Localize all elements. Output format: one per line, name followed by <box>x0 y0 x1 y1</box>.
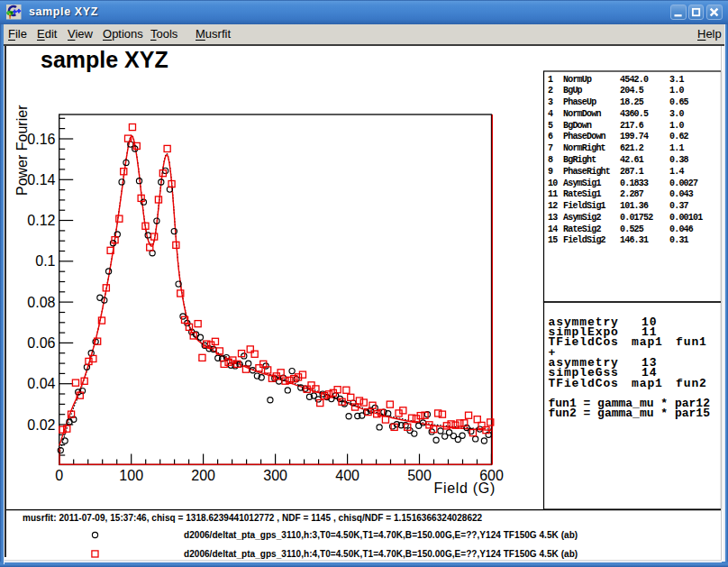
svg-text:PhaseRight: PhaseRight <box>563 167 611 177</box>
svg-text:199.74: 199.74 <box>620 132 649 142</box>
svg-text:1.0: 1.0 <box>669 121 684 131</box>
svg-text:12: 12 <box>548 201 558 211</box>
svg-text:4: 4 <box>548 109 553 119</box>
svg-text:NormUp: NormUp <box>563 75 592 85</box>
svg-text:42.61: 42.61 <box>620 155 644 165</box>
svg-text:0.04: 0.04 <box>27 376 55 391</box>
svg-text:0: 0 <box>55 468 63 483</box>
svg-text:TFieldCos: TFieldCos <box>549 377 619 390</box>
svg-text:2.287: 2.287 <box>620 189 644 199</box>
svg-text:FieldSig2: FieldSig2 <box>563 235 606 245</box>
svg-text:7: 7 <box>548 143 553 153</box>
svg-text:1.1: 1.1 <box>669 143 684 153</box>
svg-text:d2006/deltat_pta_gps_3110,h:4,: d2006/deltat_pta_gps_3110,h:4,T0=4.50K,T… <box>184 549 578 559</box>
svg-text:0.043: 0.043 <box>669 189 694 199</box>
svg-text:0.1833: 0.1833 <box>620 178 649 188</box>
svg-text:8: 8 <box>548 155 553 165</box>
svg-text:0.37: 0.37 <box>669 201 689 211</box>
svg-text:map1: map1 <box>632 377 663 390</box>
svg-text:0.38: 0.38 <box>669 155 689 165</box>
svg-text:0.08: 0.08 <box>27 295 55 310</box>
svg-text:AsymSig2: AsymSig2 <box>563 213 601 223</box>
svg-text:3.1: 3.1 <box>669 75 684 85</box>
svg-text:2: 2 <box>548 86 553 96</box>
svg-text:PhaseDown: PhaseDown <box>563 132 606 142</box>
svg-text:621.2: 621.2 <box>620 143 644 153</box>
svg-text:0.14: 0.14 <box>27 172 55 187</box>
svg-text:200: 200 <box>191 468 215 483</box>
svg-text:6: 6 <box>548 132 553 142</box>
svg-text:217.6: 217.6 <box>620 121 644 131</box>
svg-text:RateSig1: RateSig1 <box>563 189 601 199</box>
svg-text:0.12: 0.12 <box>27 213 55 228</box>
svg-text:NormDown: NormDown <box>563 109 601 119</box>
svg-text:100: 100 <box>119 468 143 483</box>
svg-text:10: 10 <box>548 178 558 188</box>
svg-text:fun2 = gamma_mu * par15: fun2 = gamma_mu * par15 <box>549 407 711 420</box>
svg-text:BgUp: BgUp <box>563 86 583 96</box>
svg-text:300: 300 <box>263 468 287 483</box>
svg-text:NormRight: NormRight <box>563 143 606 153</box>
svg-text:0.01752: 0.01752 <box>620 213 653 223</box>
svg-text:fun2: fun2 <box>676 377 707 390</box>
svg-text:sample XYZ: sample XYZ <box>41 47 168 72</box>
svg-text:TFieldCos: TFieldCos <box>549 335 619 349</box>
svg-text:1.0: 1.0 <box>669 86 684 96</box>
svg-text:18.25: 18.25 <box>620 97 644 107</box>
svg-text:3.0: 3.0 <box>669 109 684 119</box>
svg-text:0.06: 0.06 <box>27 335 55 351</box>
svg-text:0.525: 0.525 <box>620 224 644 234</box>
svg-text:0.16: 0.16 <box>27 132 55 147</box>
svg-text:Field (G): Field (G) <box>433 480 496 496</box>
svg-text:0.62: 0.62 <box>669 132 689 142</box>
svg-text:map1: map1 <box>632 335 663 349</box>
svg-text:1.4: 1.4 <box>669 167 684 177</box>
svg-text:400: 400 <box>335 468 359 483</box>
svg-text:4360.5: 4360.5 <box>620 109 649 119</box>
svg-text:1: 1 <box>548 75 553 85</box>
svg-text:0.1: 0.1 <box>35 253 55 269</box>
svg-text:204.5: 204.5 <box>620 86 644 96</box>
svg-text:AsymSig1: AsymSig1 <box>563 178 601 188</box>
svg-text:4542.0: 4542.0 <box>620 75 649 85</box>
svg-text:146.31: 146.31 <box>620 235 649 245</box>
svg-text:BgRight: BgRight <box>563 155 596 165</box>
svg-text:5: 5 <box>548 121 553 131</box>
svg-text:PhaseUp: PhaseUp <box>563 97 596 107</box>
svg-text:13: 13 <box>548 213 558 223</box>
svg-text:0.046: 0.046 <box>669 224 694 234</box>
svg-text:RateSig2: RateSig2 <box>563 224 601 234</box>
svg-text:500: 500 <box>407 468 432 483</box>
svg-text:0.02: 0.02 <box>27 417 55 433</box>
svg-text:Power Fourier: Power Fourier <box>14 105 30 196</box>
svg-text:11: 11 <box>548 189 558 199</box>
svg-text:3: 3 <box>548 97 553 107</box>
svg-text:15: 15 <box>548 235 558 245</box>
svg-text:287.1: 287.1 <box>620 167 644 177</box>
svg-text:FieldSig1: FieldSig1 <box>563 201 606 211</box>
svg-text:fun1: fun1 <box>676 335 707 349</box>
svg-text:0.65: 0.65 <box>669 97 689 107</box>
svg-text:14: 14 <box>548 224 558 234</box>
svg-text:101.36: 101.36 <box>620 201 649 211</box>
svg-text:0.31: 0.31 <box>669 235 689 245</box>
svg-text:d2006/deltat_pta_gps_3110,h:3,: d2006/deltat_pta_gps_3110,h:3,T0=4.50K,T… <box>184 530 578 540</box>
svg-text:BgDown: BgDown <box>563 121 592 131</box>
svg-text:9: 9 <box>548 167 553 177</box>
svg-text:0.0027: 0.0027 <box>669 178 698 188</box>
svg-text:musrfit: 2011-07-09, 15:37:46,: musrfit: 2011-07-09, 15:37:46, chisq = 1… <box>23 513 483 523</box>
svg-text:0.00101: 0.00101 <box>669 213 703 223</box>
